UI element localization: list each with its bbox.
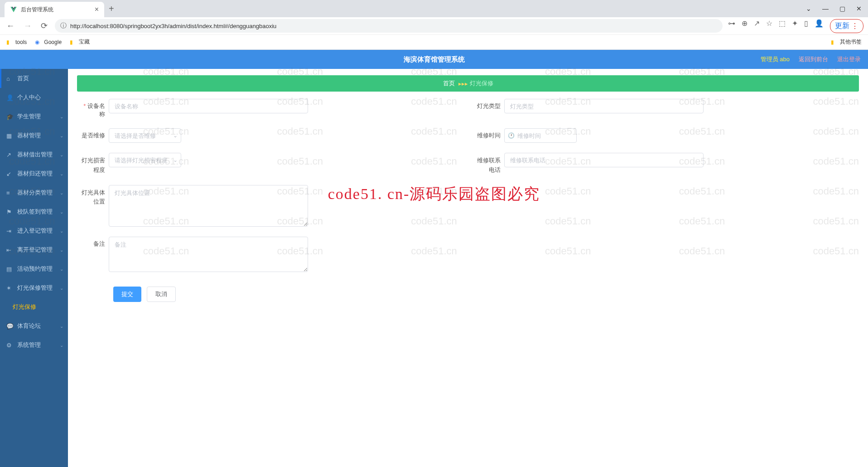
row-device-name: 设备名称 xyxy=(82,99,459,118)
student-icon: 🎓 xyxy=(6,113,13,120)
chevron-down-icon: ⌄ xyxy=(60,152,63,157)
input-light-type[interactable] xyxy=(504,99,704,113)
input-repair-time[interactable] xyxy=(504,128,577,143)
header-right: 管理员 abo 返回到前台 退出登录 xyxy=(761,55,861,63)
sidebar-item-equipment[interactable]: ▦ 器材管理 ⌄ xyxy=(0,126,68,145)
key-icon[interactable]: ⊶ xyxy=(728,19,735,33)
url-actions: ⊶ ⊕ ↗ ☆ ⬚ ✦ ▯ 👤 更新 ⋮ xyxy=(728,19,863,33)
sidebar-item-profile[interactable]: 👤 个人中心 xyxy=(0,88,68,107)
url-input[interactable]: ⓘ http://localhost:8080/springboot2yx3h/… xyxy=(55,19,723,33)
label-light-type: 灯光类型 xyxy=(477,99,501,110)
close-window-icon[interactable]: ✕ xyxy=(856,5,862,12)
puzzle-icon[interactable]: ✦ xyxy=(792,19,798,33)
forum-icon: 💬 xyxy=(6,323,13,329)
browser-tab[interactable]: 后台管理系统 × xyxy=(5,2,104,17)
app-header: 海滨体育馆管理系统 管理员 abo 返回到前台 退出登录 xyxy=(0,50,868,69)
sidebar-item-team[interactable]: ⚑ 校队签到管理 ⌄ xyxy=(0,202,68,221)
input-device-name[interactable] xyxy=(109,99,308,113)
chevron-down-icon: ⌄ xyxy=(60,248,63,253)
sidebar-item-student[interactable]: 🎓 学生管理 ⌄ xyxy=(0,107,68,126)
app-title: 海滨体育馆管理系统 xyxy=(404,55,465,64)
bookmark-tools[interactable]: ▮ tools xyxy=(6,39,27,45)
input-contact-phone[interactable] xyxy=(504,153,704,167)
return-icon: ↙ xyxy=(6,170,13,177)
dropdown-icon[interactable]: ⌄ xyxy=(806,5,811,12)
chevron-down-icon: ⌄ xyxy=(60,286,63,291)
folder-icon: ▮ xyxy=(70,39,76,45)
sidebar: ⌂ 首页 👤 个人中心 🎓 学生管理 ⌄ ▦ 器材管理 ⌄ ↗ 器材借出管理 ⌄ xyxy=(0,69,68,467)
bookmark-icon[interactable]: ☆ xyxy=(766,19,772,33)
return-front-link[interactable]: 返回到前台 xyxy=(799,55,828,63)
app: 海滨体育馆管理系统 管理员 abo 返回到前台 退出登录 ⌂ 首页 👤 个人中心… xyxy=(0,50,868,467)
button-row: 提交 取消 xyxy=(82,287,854,302)
other-bookmarks[interactable]: ▮ 其他书签 xyxy=(831,38,862,46)
row-position: 灯光具体位置 xyxy=(82,185,854,227)
chevron-down-icon: ⌄ xyxy=(60,171,63,176)
label-device-name: 设备名称 xyxy=(82,99,105,118)
row-remark: 备注 xyxy=(82,237,854,272)
profile-icon[interactable]: 👤 xyxy=(815,19,824,33)
logout-link[interactable]: 退出登录 xyxy=(837,55,861,63)
bookmark-google[interactable]: ◉ Google xyxy=(35,39,62,45)
forward-button[interactable]: → xyxy=(22,21,34,31)
update-button[interactable]: 更新 ⋮ xyxy=(830,19,863,33)
reload-button[interactable]: ⟳ xyxy=(39,21,49,31)
share-icon[interactable]: ↗ xyxy=(754,19,760,33)
sidebar-item-home[interactable]: ⌂ 首页 xyxy=(0,69,68,88)
sidebar-item-category[interactable]: ≡ 器材分类管理 ⌄ xyxy=(0,183,68,202)
minimize-icon[interactable]: — xyxy=(822,5,829,12)
chevron-down-icon: ⌄ xyxy=(60,343,63,348)
main-content: 首页 ▸▸▸ 灯光保修 设备名称 灯光类型 是否维修 ⌄ xyxy=(68,69,868,467)
gear-icon: ⚙ xyxy=(6,342,13,348)
textarea-position[interactable] xyxy=(109,185,308,227)
sidebar-item-activity[interactable]: ▤ 活动预约管理 ⌄ xyxy=(0,259,68,278)
chevron-down-icon: ⌄ xyxy=(60,324,63,329)
borrow-icon: ↗ xyxy=(6,151,13,158)
home-icon: ⌂ xyxy=(6,75,13,82)
label-need-repair: 是否维修 xyxy=(82,128,105,140)
chevron-down-icon: ⌄ xyxy=(60,209,63,214)
breadcrumb: 首页 ▸▸▸ 灯光保修 xyxy=(77,75,859,92)
cancel-button[interactable]: 取消 xyxy=(147,287,176,302)
maximize-icon[interactable]: ▢ xyxy=(839,5,845,12)
reader-icon[interactable]: ▯ xyxy=(804,19,808,33)
label-contact-phone: 维修联系电话 xyxy=(477,153,501,175)
zoom-icon[interactable]: ⊕ xyxy=(742,19,747,33)
select-need-repair[interactable]: ⌄ xyxy=(109,128,181,143)
close-icon[interactable]: × xyxy=(95,5,99,14)
bookmark-treasure[interactable]: ▮ 宝藏 xyxy=(70,38,90,46)
clock-icon: 🕐 xyxy=(508,132,515,139)
sidebar-item-system[interactable]: ⚙ 系统管理 ⌄ xyxy=(0,336,68,355)
sidebar-item-exit[interactable]: ⇤ 离开登记管理 ⌄ xyxy=(0,240,68,259)
team-icon: ⚑ xyxy=(6,209,13,215)
new-tab-button[interactable]: + xyxy=(109,4,114,14)
sidebar-item-light-repair[interactable]: 灯光保修 xyxy=(0,297,68,316)
submit-button[interactable]: 提交 xyxy=(113,287,141,302)
chevron-down-icon: ⌄ xyxy=(60,133,63,138)
chevron-down-icon: ⌄ xyxy=(60,190,63,195)
url-bar: ← → ⟳ ⓘ http://localhost:8080/springboot… xyxy=(0,17,868,34)
sidebar-item-return[interactable]: ↙ 器材归还管理 ⌄ xyxy=(0,164,68,183)
vue-icon xyxy=(10,6,17,13)
sidebar-item-light-mgmt[interactable]: ✶ 灯光保修管理 ⌄ xyxy=(0,278,68,297)
bookmarks-bar: ▮ tools ◉ Google ▮ 宝藏 ▮ 其他书签 xyxy=(0,34,868,49)
extension-icon[interactable]: ⬚ xyxy=(779,19,786,33)
chevron-down-icon: ⌄ xyxy=(173,132,178,139)
chevron-down-icon: ⌄ xyxy=(60,229,63,234)
chevron-down-icon: ⌄ xyxy=(60,114,63,119)
exit-icon: ⇤ xyxy=(6,247,13,253)
sidebar-item-forum[interactable]: 💬 体育论坛 ⌄ xyxy=(0,316,68,336)
breadcrumb-home[interactable]: 首页 xyxy=(443,79,455,88)
category-icon: ≡ xyxy=(6,190,13,196)
select-damage-level[interactable]: ⌄ xyxy=(109,153,181,167)
back-button[interactable]: ← xyxy=(5,21,16,31)
textarea-remark[interactable] xyxy=(109,237,308,272)
sidebar-item-enter[interactable]: ⇥ 进入登记管理 ⌄ xyxy=(0,221,68,240)
sidebar-item-borrow[interactable]: ↗ 器材借出管理 ⌄ xyxy=(0,145,68,164)
label-repair-time: 维修时间 xyxy=(477,128,501,140)
info-icon: ⓘ xyxy=(60,22,67,30)
admin-label: 管理员 abo xyxy=(761,55,790,63)
breadcrumb-current: 灯光保修 xyxy=(470,79,493,88)
form: 设备名称 灯光类型 是否维修 ⌄ 维修时间 � xyxy=(77,99,859,302)
app-body: ⌂ 首页 👤 个人中心 🎓 学生管理 ⌄ ▦ 器材管理 ⌄ ↗ 器材借出管理 ⌄ xyxy=(0,69,868,467)
